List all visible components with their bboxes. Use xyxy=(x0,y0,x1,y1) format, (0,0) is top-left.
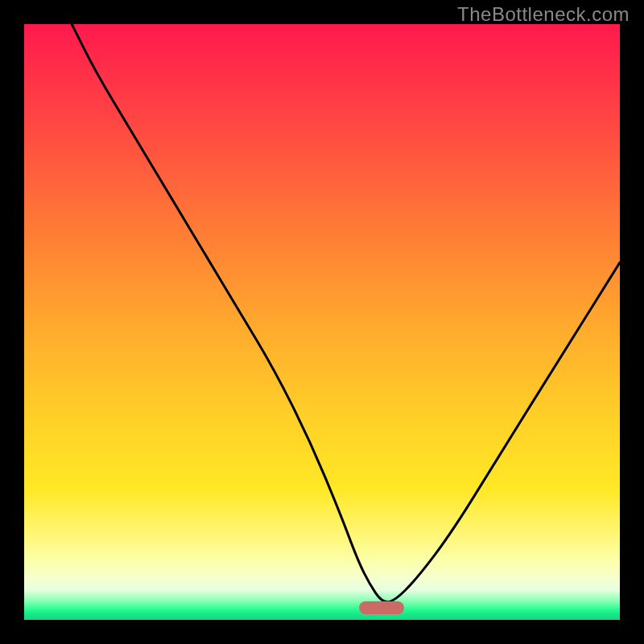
optimal-marker xyxy=(359,601,404,614)
chart-frame: TheBottleneck.com xyxy=(0,0,644,644)
bottleneck-curve xyxy=(24,24,620,620)
watermark-text: TheBottleneck.com xyxy=(457,3,630,26)
plot-area xyxy=(24,24,620,620)
curve-path xyxy=(72,24,620,602)
